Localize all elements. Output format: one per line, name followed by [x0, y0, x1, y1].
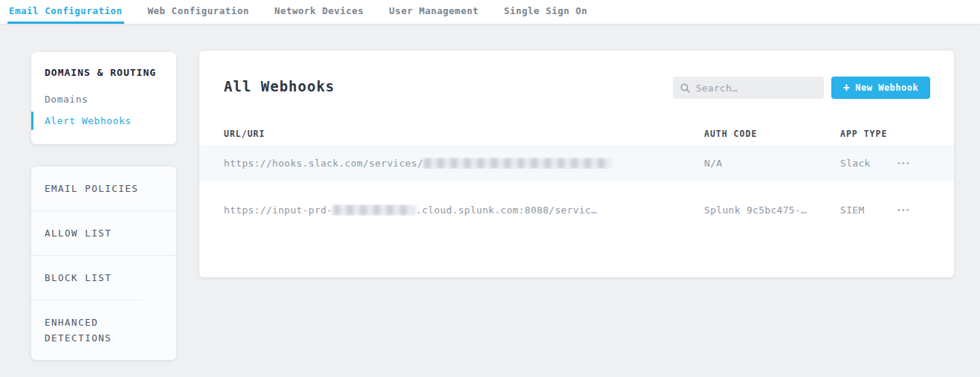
tab-user-management[interactable]: User Management [387, 0, 480, 24]
search-input[interactable] [696, 83, 816, 94]
sidebar-item-allow-list[interactable]: ALLOW LIST [31, 210, 176, 255]
table-row: https://hooks.slack.com/services/ N/A Sl… [199, 145, 954, 181]
app-type-cell: SIEM [840, 204, 897, 216]
domains-routing-title: DOMAINS & ROUTING [31, 67, 176, 78]
column-header-app-type: APP TYPE [840, 129, 897, 139]
webhook-url-text: https://input-prd- [224, 204, 332, 216]
sidebar-item-block-list[interactable]: BLOCK LIST [31, 255, 176, 300]
row-actions-menu-icon[interactable]: ••• [897, 156, 927, 170]
redacted-url-segment [333, 204, 415, 216]
tab-single-sign-on[interactable]: Single Sign On [503, 0, 589, 24]
webhook-url-text: https://hooks.slack.com/services/ [224, 158, 423, 169]
tab-network-devices[interactable]: Network Devices [273, 0, 365, 24]
row-actions-menu-icon[interactable]: ••• [897, 203, 927, 217]
sidebar-item-email-policies[interactable]: EMAIL POLICIES [31, 167, 176, 210]
tab-web-configuration[interactable]: Web Configuration [146, 0, 251, 24]
webhooks-table: URL/URI AUTH CODE APP TYPE https://hooks… [199, 123, 954, 231]
sidebar-section-list: EMAIL POLICIES ALLOW LIST BLOCK LIST ENH… [31, 167, 176, 360]
new-webhook-button[interactable]: + New Webhook [831, 77, 930, 99]
search-box [673, 77, 824, 99]
webhook-url-cell: https://input-prd- .cloud.splunk.com:808… [224, 204, 704, 216]
auth-code-cell: N/A [704, 158, 840, 169]
top-tab-bar: Email Configuration Web Configuration Ne… [0, 0, 980, 25]
webhook-url-cell: https://hooks.slack.com/services/ [224, 158, 704, 169]
page-title: All Webhooks [224, 78, 335, 94]
domains-routing-card: DOMAINS & ROUTING Domains Alert Webhooks [31, 52, 176, 144]
sidebar-item-domains[interactable]: Domains [31, 88, 176, 110]
sidebar-item-alert-webhooks[interactable]: Alert Webhooks [31, 110, 176, 132]
redacted-url-segment [424, 158, 611, 169]
webhook-url-suffix: .cloud.splunk.com:8088/servic… [416, 204, 597, 216]
column-header-url: URL/URI [224, 129, 704, 139]
new-webhook-button-label: New Webhook [855, 83, 918, 93]
webhooks-panel: All Webhooks + New Webhook URL/URI AUTH … [199, 51, 954, 277]
sidebar-item-enhanced-detections[interactable]: ENHANCED DETECTIONS [31, 300, 143, 360]
table-header-row: URL/URI AUTH CODE APP TYPE [199, 123, 954, 145]
auth-code-cell: Splunk 9c5bc475-… [704, 204, 840, 216]
tab-email-configuration[interactable]: Email Configuration [7, 0, 124, 24]
plus-icon: + [843, 83, 851, 94]
column-header-auth-code: AUTH CODE [704, 129, 840, 139]
app-type-cell: Slack [840, 158, 897, 169]
search-icon [680, 83, 690, 93]
table-row: https://input-prd- .cloud.splunk.com:808… [199, 188, 954, 231]
